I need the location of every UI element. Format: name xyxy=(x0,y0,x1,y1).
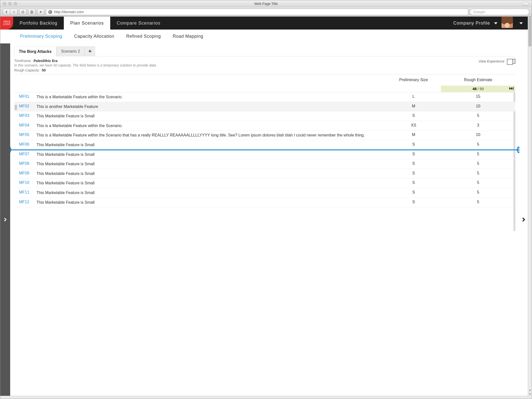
toggle-icon xyxy=(507,59,515,64)
feature-title: This Marketable Feature is Small xyxy=(36,190,386,196)
feature-estimate: 10 xyxy=(441,104,515,108)
feature-size: S xyxy=(386,171,441,175)
chevron-down-icon xyxy=(493,21,497,26)
zoom-window-button[interactable] xyxy=(14,2,17,5)
feature-id-link[interactable]: MF07 xyxy=(14,152,36,156)
app-logo-text: ORCA LOGO xyxy=(0,21,13,26)
feature-title: This is a Marketable Feature within the … xyxy=(36,133,386,138)
drag-handle-icon[interactable] xyxy=(10,147,12,153)
table-row[interactable]: MF12This Marketable Feature is SmallS5 xyxy=(14,198,515,207)
feature-title: This Marketable Feature is Small xyxy=(36,200,386,205)
right-panel-expand[interactable] xyxy=(519,43,528,396)
table-row[interactable]: MF10This Marketable Feature is SmallS5 xyxy=(14,178,515,188)
estimate-total: 50 xyxy=(480,87,484,91)
print-button[interactable] xyxy=(28,9,35,15)
user-avatar[interactable] xyxy=(501,17,513,28)
add-bookmark-button[interactable] xyxy=(37,9,44,15)
column-rough-estimate[interactable]: Rough Estimate xyxy=(441,78,515,82)
sub-nav-tab[interactable]: Capacity Allocation xyxy=(74,34,114,39)
top-nav-tab[interactable]: Portfolio Backlog xyxy=(13,17,64,30)
scenario-meta: Timeframe: Paleolithic Era In this scena… xyxy=(14,56,515,74)
close-window-button[interactable] xyxy=(3,2,6,5)
table-row[interactable]: MF06This Marketable Feature is SmallS5 xyxy=(14,140,515,150)
table-row[interactable]: MF05This is a Marketable Feature within … xyxy=(14,131,515,140)
feature-size: S xyxy=(386,113,441,118)
home-button[interactable] xyxy=(19,9,27,15)
back-button[interactable] xyxy=(3,9,10,15)
url-bar[interactable]: http://domain.com xyxy=(46,9,468,15)
main-stage: The Borg AttacksScenario 2+ Timeframe: P… xyxy=(10,43,519,396)
table-row[interactable]: MF08This Marketable Feature is SmallS5 xyxy=(14,159,515,169)
feature-id-link[interactable]: MF09 xyxy=(14,171,36,175)
feature-id-link[interactable]: MF06 xyxy=(14,142,36,147)
view-experience-toggle[interactable]: View Experience xyxy=(479,59,515,64)
svg-rect-1 xyxy=(31,10,33,11)
view-experience-label: View Experience xyxy=(479,59,504,63)
column-preliminary-size[interactable]: Preliminary Size xyxy=(386,78,441,82)
table-row[interactable]: MF03This Marketable Feature is SmallS5 xyxy=(14,111,515,121)
estimate-used: 48 xyxy=(472,87,477,91)
feature-id-link[interactable]: MF01 xyxy=(14,94,36,99)
feature-id-link[interactable]: MF04 xyxy=(14,123,36,128)
feature-title: This is another Marketable Feature xyxy=(36,104,386,109)
table-row[interactable]: MF04This is a Marketable Feature within … xyxy=(14,121,515,131)
feature-id-link[interactable]: MF08 xyxy=(14,161,36,166)
table-row[interactable]: MF02This is another Marketable FeatureM1… xyxy=(14,102,515,112)
fast-forward-icon[interactable] xyxy=(509,87,514,91)
feature-id-link[interactable]: MF02 xyxy=(14,104,36,108)
table-row[interactable]: MF09This Marketable Feature is SmallS5 xyxy=(14,169,515,179)
browser-viewport: ORCA LOGO Portfolio BacklogPlan Scenario… xyxy=(0,17,532,396)
browser-search[interactable]: Google xyxy=(470,9,529,15)
timeframe-value: Paleolithic Era xyxy=(34,59,57,63)
scenario-description: In this scenario, we have 50 capacity. T… xyxy=(14,63,157,67)
window-titlebar: Web Page Title xyxy=(0,0,532,7)
sub-nav-tab[interactable]: Preliminary Scoping xyxy=(20,34,62,39)
feature-size: S xyxy=(386,161,441,166)
sub-nav: Preliminary ScopingCapacity AllocationRe… xyxy=(0,30,528,43)
forward-button[interactable] xyxy=(10,9,18,15)
sub-nav-tab[interactable]: Road Mapping xyxy=(173,34,203,39)
rough-capacity-value: 50 xyxy=(42,68,46,72)
scenario-tab[interactable]: The Borg Attacks xyxy=(14,47,56,56)
stage-wrap: The Borg AttacksScenario 2+ Timeframe: P… xyxy=(0,43,528,396)
viewport-scrollbar[interactable]: ▲ ▼ xyxy=(528,17,532,396)
minimize-window-button[interactable] xyxy=(8,2,12,5)
table-row[interactable]: MF11This Marketable Feature is SmallS5 xyxy=(14,188,515,198)
table-header: Preliminary Size Rough Estimate xyxy=(14,74,515,85)
table-row[interactable]: MF07This Marketable Feature is SmallS5 xyxy=(14,150,515,160)
scroll-up-icon[interactable]: ▲ xyxy=(528,388,532,392)
chevron-down-icon xyxy=(518,21,523,25)
app-logo[interactable]: ORCA LOGO xyxy=(0,17,13,30)
browser-toolbar: http://domain.com Google xyxy=(0,7,532,17)
feature-size: L xyxy=(386,94,441,99)
feature-id-link[interactable]: MF05 xyxy=(14,133,36,137)
feature-id-link[interactable]: MF03 xyxy=(14,113,36,118)
scenario-tab[interactable]: Scenario 2 xyxy=(56,46,85,56)
user-menu-button[interactable] xyxy=(513,17,528,30)
scroll-down-icon[interactable]: ▼ xyxy=(528,392,532,396)
table-row[interactable]: MF01This is a Marketable Feature within … xyxy=(14,92,515,102)
add-scenario-button[interactable]: + xyxy=(85,46,95,56)
svg-rect-3 xyxy=(513,87,513,90)
toolbar-toggle-button[interactable] xyxy=(522,2,529,5)
top-nav-tab[interactable]: Plan Scenarios xyxy=(64,17,110,30)
feature-estimate: 5 xyxy=(441,152,515,156)
drag-handle-icon[interactable] xyxy=(15,104,17,111)
chevron-right-icon xyxy=(3,218,7,222)
feature-id-link[interactable]: MF11 xyxy=(14,190,36,195)
search-placeholder: Google xyxy=(473,10,485,14)
left-panel-expand[interactable] xyxy=(0,43,10,396)
drag-handle-icon[interactable] xyxy=(516,147,519,153)
top-nav-tab[interactable]: Compare Scenarios xyxy=(110,17,167,30)
feature-estimate: 5 xyxy=(441,142,515,147)
feature-size: XS xyxy=(386,123,441,128)
sub-nav-tab[interactable]: Refined Scoping xyxy=(126,34,161,39)
feature-id-link[interactable]: MF12 xyxy=(14,200,36,204)
feature-title: This Marketable Feature is Small xyxy=(36,161,386,167)
window-title: Web Page Title xyxy=(254,2,278,6)
feature-size: S xyxy=(386,180,441,185)
company-profile-menu[interactable]: Company Profile xyxy=(449,17,501,30)
feature-id-link[interactable]: MF10 xyxy=(14,180,36,185)
feature-estimate: 3 xyxy=(441,123,515,128)
timeframe-label: Timeframe: xyxy=(14,59,32,63)
